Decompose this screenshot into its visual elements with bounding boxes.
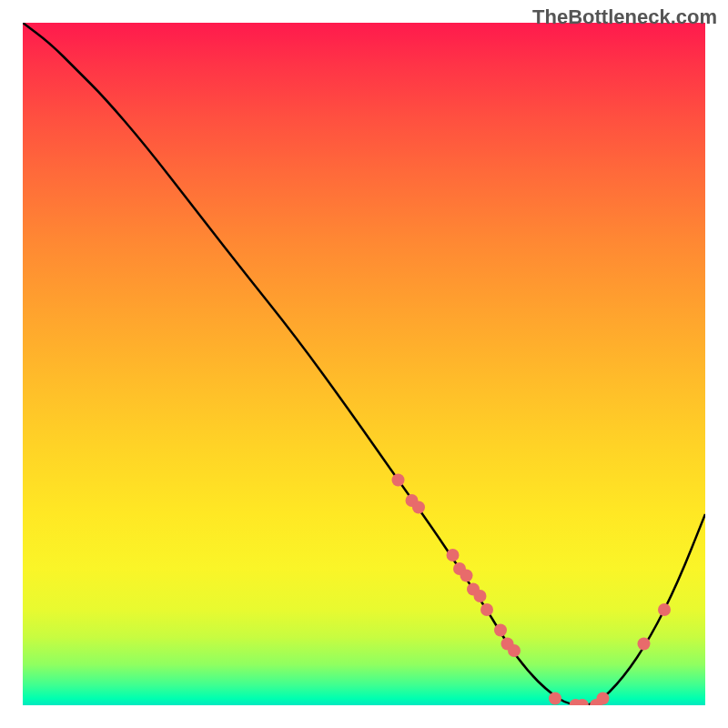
data-marker [412, 501, 425, 514]
data-marker [638, 638, 651, 651]
data-marker [597, 693, 610, 705]
data-marker [549, 693, 561, 705]
curve-path [23, 23, 705, 705]
data-marker [460, 570, 473, 582]
watermark-text: TheBottleneck.com [532, 5, 717, 29]
data-marker [508, 644, 521, 657]
curve-line [23, 23, 705, 705]
data-marker [474, 590, 487, 602]
data-marker [494, 624, 507, 637]
chart-container: TheBottleneck.com [0, 0, 728, 728]
data-marker [480, 603, 493, 616]
chart-svg [23, 23, 705, 705]
data-marker [392, 474, 405, 487]
data-marker [658, 603, 671, 616]
data-marker [447, 549, 460, 561]
